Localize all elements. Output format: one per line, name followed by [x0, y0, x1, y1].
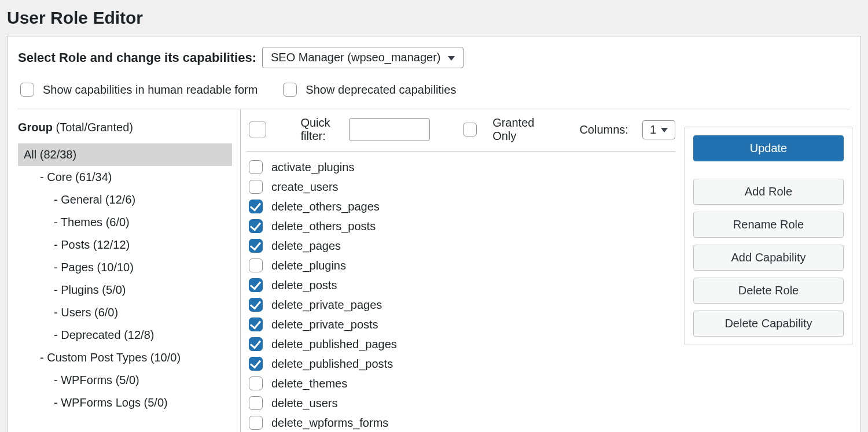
group-heading: Group (Total/Granted): [18, 116, 232, 143]
group-item[interactable]: - Plugins (5/0): [18, 279, 232, 301]
capability-checkbox[interactable]: [249, 160, 263, 174]
capability-checkbox[interactable]: [249, 239, 263, 253]
group-item[interactable]: - General (12/6): [18, 189, 232, 211]
columns-value: 1: [650, 123, 656, 136]
group-item[interactable]: - WPForms Logs (5/0): [18, 392, 232, 414]
human-readable-checkbox[interactable]: [20, 83, 34, 97]
quick-filter-input[interactable]: [349, 118, 430, 141]
columns-select[interactable]: 1: [642, 120, 675, 139]
capability-checkbox[interactable]: [249, 278, 263, 292]
capability-label[interactable]: delete_others_pages: [271, 198, 380, 215]
human-readable-label: Show capabilities in human readable form: [43, 83, 258, 97]
capability-label[interactable]: delete_private_pages: [271, 297, 382, 313]
capability-label[interactable]: delete_users: [271, 395, 338, 411]
select-all-checkbox[interactable]: [249, 121, 266, 138]
role-select[interactable]: SEO Manager (wpseo_manager): [262, 47, 463, 68]
role-select-value: SEO Manager (wpseo_manager): [271, 51, 440, 64]
columns-label: Columns:: [579, 123, 628, 136]
add-capability-button[interactable]: Add Capability: [693, 245, 844, 271]
delete-role-button[interactable]: Delete Role: [693, 278, 844, 304]
capability-checkbox[interactable]: [249, 259, 263, 272]
group-item[interactable]: - Users (6/0): [18, 301, 232, 324]
capabilities-column: Quick filter: Granted Only Columns: 1 ac…: [241, 109, 678, 432]
capability-checkbox[interactable]: [249, 416, 263, 430]
select-role-label: Select Role and change its capabilities:: [18, 50, 256, 65]
group-item[interactable]: - Custom Post Types (10/0): [18, 346, 232, 369]
capability-row: delete_others_pages: [247, 197, 675, 216]
capability-checkbox[interactable]: [249, 180, 263, 194]
actions-column: Update Add Role Rename Role Add Capabili…: [678, 109, 852, 432]
capability-label[interactable]: delete_published_pages: [271, 336, 397, 352]
delete-capability-button[interactable]: Delete Capability: [693, 311, 844, 337]
group-heading-counts: (Total/Granted): [53, 121, 133, 134]
capability-label[interactable]: delete_others_posts: [271, 218, 376, 234]
update-button[interactable]: Update: [693, 135, 844, 161]
group-item[interactable]: - Pages (10/10): [18, 256, 232, 279]
capability-checkbox[interactable]: [249, 317, 263, 331]
show-deprecated-checkbox[interactable]: [283, 83, 297, 97]
capability-row: delete_pages: [247, 236, 675, 256]
group-item[interactable]: All (82/38): [18, 143, 232, 166]
display-options-row: Show capabilities in human readable form…: [18, 81, 850, 98]
capability-checkbox[interactable]: [249, 337, 263, 351]
group-sidebar: Group (Total/Granted) All (82/38)- Core …: [18, 109, 241, 432]
capability-row: delete_others_posts: [247, 216, 675, 236]
group-item[interactable]: - Themes (6/0): [18, 211, 232, 234]
quick-filter-label: Quick filter:: [300, 116, 335, 143]
capability-label[interactable]: delete_pages: [271, 238, 341, 254]
group-item[interactable]: - Posts (12/12): [18, 234, 232, 256]
capability-row: delete_published_posts: [247, 354, 675, 374]
granted-only-label: Granted Only: [492, 116, 534, 143]
capability-checkbox[interactable]: [249, 376, 263, 390]
capability-label[interactable]: delete_published_posts: [271, 356, 393, 372]
group-heading-bold: Group: [18, 121, 53, 134]
editor-panel: Select Role and change its capabilities:…: [7, 36, 861, 432]
group-item[interactable]: - Deprecated (12/8): [18, 324, 232, 346]
select-role-row: Select Role and change its capabilities:…: [18, 47, 850, 68]
capability-row: delete_plugins: [247, 256, 675, 275]
rename-role-button[interactable]: Rename Role: [693, 212, 844, 238]
capability-checkbox[interactable]: [249, 298, 263, 312]
capability-row: activate_plugins: [247, 157, 675, 177]
capability-label[interactable]: delete_private_posts: [271, 316, 378, 333]
capability-label[interactable]: delete_posts: [271, 277, 337, 293]
capability-row: delete_wpforms_forms: [247, 413, 675, 432]
capability-label[interactable]: create_users: [271, 179, 339, 195]
capability-row: delete_published_pages: [247, 334, 675, 354]
show-deprecated-label: Show deprecated capabilities: [306, 83, 456, 97]
capability-label[interactable]: delete_themes: [271, 375, 347, 392]
capability-row: delete_users: [247, 393, 675, 413]
capability-label[interactable]: delete_plugins: [271, 257, 346, 274]
capability-label[interactable]: activate_plugins: [271, 159, 354, 175]
capability-checkbox[interactable]: [249, 200, 263, 213]
group-item[interactable]: - Core (61/34): [18, 166, 232, 189]
actions-panel: Update Add Role Rename Role Add Capabili…: [685, 127, 852, 345]
capability-checkbox[interactable]: [249, 357, 263, 371]
granted-only-checkbox[interactable]: [463, 123, 477, 136]
capability-label[interactable]: delete_wpforms_forms: [271, 415, 388, 431]
capability-row: create_users: [247, 177, 675, 197]
capability-row: delete_posts: [247, 275, 675, 295]
page-title: User Role Editor: [7, 8, 861, 28]
capability-row: delete_private_posts: [247, 315, 675, 334]
capability-row: delete_themes: [247, 374, 675, 393]
chevron-down-icon: [661, 128, 668, 132]
capability-checkbox[interactable]: [249, 219, 263, 233]
filter-row: Quick filter: Granted Only Columns: 1: [247, 114, 675, 152]
group-item[interactable]: - WPForms (5/0): [18, 369, 232, 392]
chevron-down-icon: [448, 56, 455, 61]
add-role-button[interactable]: Add Role: [693, 179, 844, 205]
capability-row: delete_private_pages: [247, 295, 675, 315]
capability-checkbox[interactable]: [249, 396, 263, 410]
